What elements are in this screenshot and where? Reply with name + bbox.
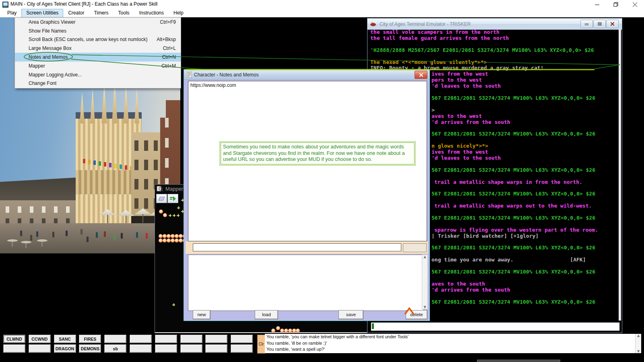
- notes-dialog-close-button[interactable]: [415, 71, 427, 79]
- menu-item-instructions[interactable]: Instructions: [134, 9, 169, 17]
- terminal-line: 567 E2081/2081 S3274/3274 MV100% L63% XY…: [431, 215, 595, 221]
- photo-shape: [42, 206, 45, 213]
- terminal-line: the tall female guard arrives from the n…: [370, 35, 509, 41]
- macro-button-empty[interactable]: [3, 344, 25, 353]
- terminal-line: 567 E2081/2081 S3274/3274 MV100% L63% XY…: [431, 299, 595, 305]
- scroll-down-icon[interactable]: ▼: [423, 305, 426, 309]
- terminal-scrollbar[interactable]: [619, 29, 621, 321]
- terminal-restore-button[interactable]: [593, 20, 606, 28]
- terminal-titlebar[interactable]: City of Ages Terminal Emulator - TRISKER: [367, 19, 622, 30]
- note-list-item[interactable]: https://www.noip.com: [190, 82, 236, 88]
- macro-button-empty[interactable]: [180, 335, 202, 343]
- macro-button-empty[interactable]: [104, 335, 126, 343]
- macro-stack: [180, 335, 202, 353]
- clear-button[interactable]: Clr: [257, 335, 265, 354]
- notes-dialog[interactable]: Character - Notes and Memos https://www.…: [184, 69, 430, 321]
- menu-item-play[interactable]: Play: [2, 9, 21, 17]
- close-button[interactable]: [625, 0, 644, 9]
- terminal-input[interactable]: [371, 322, 620, 331]
- dropdown-item-notes-and-memos[interactable]: Notes and MemosCtrl+N: [15, 53, 181, 62]
- save-button[interactable]: save: [339, 310, 363, 319]
- menu-item-creator[interactable]: Creator: [63, 9, 89, 17]
- terminal-line: The hexed <*<*moon glows silently*>*>: [370, 60, 487, 66]
- macro-button-empty[interactable]: [130, 335, 152, 343]
- macro-button-empty[interactable]: [155, 335, 177, 343]
- new-button[interactable]: new: [193, 310, 211, 319]
- terminal-app-icon: [370, 22, 376, 27]
- macro-button-empty[interactable]: [155, 344, 177, 353]
- terminal-line: 567 E2081/2081 S3274/3274 MV100% L63% XY…: [431, 191, 595, 197]
- map-room-dot: [179, 239, 183, 243]
- dropdown-item-mapper[interactable]: MapperCtrl+M: [15, 62, 181, 70]
- photo-shape: [30, 206, 33, 213]
- macro-button-dragon[interactable]: DRAGON: [54, 344, 76, 353]
- macro-button-empty[interactable]: [205, 344, 227, 353]
- load-button[interactable]: load: [255, 310, 278, 319]
- menu-item-help[interactable]: Help: [169, 9, 188, 17]
- photo-shape: [120, 165, 122, 169]
- menu-item-screen-utilities[interactable]: Screen Utilities: [21, 9, 63, 18]
- macro-button-sanc[interactable]: SANC: [54, 335, 76, 343]
- dropdown-item-change-font[interactable]: Change Font: [15, 79, 181, 88]
- dropdown-item-area-graphics-viewer[interactable]: Area Graphics ViewerCtrl+F9: [15, 18, 181, 27]
- textarea-scrollbar[interactable]: ▲ ▼: [422, 255, 428, 309]
- macro-button-demons[interactable]: DEMONS: [79, 344, 101, 353]
- macro-button-fires[interactable]: FIRES: [79, 335, 101, 343]
- map-room-dot: [167, 239, 171, 243]
- scroll-up-icon[interactable]: ▲: [423, 255, 426, 259]
- macro-stack: FIRESDEMONS: [79, 335, 101, 353]
- dropdown-item-show-file-names[interactable]: Show File Names: [15, 27, 181, 35]
- note-side-button[interactable]: [403, 243, 427, 252]
- map-room-dot: [167, 234, 171, 238]
- minimize-icon: [595, 2, 599, 7]
- dropdown-item-large-message-box[interactable]: Large Message BoxCtrl+L: [15, 44, 181, 53]
- photo-shape: [12, 242, 13, 247]
- notes-list[interactable]: https://www.noip.com Sometimes you need …: [188, 81, 427, 241]
- note-title-input[interactable]: [193, 243, 401, 251]
- menu-item-tools[interactable]: Tools: [114, 9, 134, 17]
- chat-log-scrollbar[interactable]: ▲ ▼: [635, 334, 641, 353]
- dropdown-item-shortcut: Ctrl+M: [161, 63, 181, 69]
- terminal-minimize-button[interactable]: [580, 20, 593, 28]
- close-icon: [633, 2, 637, 7]
- bottom-scrollbar-thumb[interactable]: [477, 360, 560, 362]
- macro-button-empty[interactable]: [231, 335, 253, 343]
- scroll-up-icon[interactable]: ▲: [637, 334, 640, 337]
- macro-stack: [130, 335, 152, 353]
- photo-shape: [109, 163, 111, 167]
- terminal-close-button[interactable]: [606, 20, 619, 28]
- mapper-erase-button[interactable]: [156, 194, 167, 203]
- dropdown-item-shortcut: Ctrl+L: [163, 45, 181, 51]
- dropdown-item-mapper-logging-active[interactable]: Mapper Logging Active...: [15, 70, 181, 79]
- macro-button-empty[interactable]: [29, 344, 51, 353]
- dropdown-item-label: Mapper Logging Active...: [15, 72, 176, 78]
- photo-shape: [107, 215, 108, 224]
- macro-button-empty[interactable]: [130, 344, 152, 353]
- note-body-textarea[interactable]: [188, 255, 424, 311]
- terminal-line: the small vole scampers in from the nort…: [370, 29, 500, 35]
- delete-button[interactable]: delete: [406, 310, 427, 319]
- mapper-follow-button[interactable]: [167, 194, 178, 203]
- dropdown-item-scroll-back-esc-cancels-use-arrow-keys-not-numlock[interactable]: Scroll Back (ESC cancels, use arrow keys…: [15, 35, 181, 44]
- menu-item-timers[interactable]: Timers: [89, 9, 113, 17]
- minimize-icon: [585, 23, 588, 25]
- desktop: MAIN - City of Ages Telnet Client [RJ] -…: [0, 0, 644, 362]
- map-room-dot: [171, 239, 175, 243]
- macro-button-empty[interactable]: [231, 344, 253, 353]
- macro-button-empty[interactable]: [205, 335, 227, 343]
- macro-button-clwnd[interactable]: CLWND: [3, 335, 25, 343]
- photo-shape: [30, 235, 32, 241]
- notes-dialog-titlebar[interactable]: Character - Notes and Memos: [184, 70, 429, 80]
- macro-button-ccwnd[interactable]: CCWND: [29, 335, 51, 343]
- map-room-dot: [280, 329, 284, 333]
- minimize-button[interactable]: [588, 0, 606, 9]
- terminal-line: | Trisker [bird watcher] [+1glory]: [431, 233, 539, 239]
- restore-button[interactable]: [607, 0, 625, 9]
- terminal-line: 'd arrives from the south: [431, 119, 510, 125]
- photo-shape: [36, 231, 38, 237]
- macro-button-empty[interactable]: [180, 344, 202, 353]
- scroll-down-icon[interactable]: ▼: [637, 350, 640, 353]
- main-titlebar[interactable]: MAIN - City of Ages Telnet Client [RJ] -…: [0, 0, 644, 9]
- terminal-line: ives from the west: [431, 71, 488, 77]
- macro-button-sb[interactable]: sb: [104, 344, 126, 353]
